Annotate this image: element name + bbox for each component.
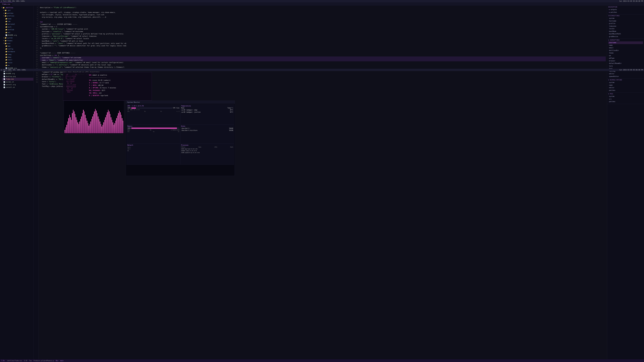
neofetch-os-row: OS: nixos 24.05 (uakari) [89, 79, 150, 82]
sysmon-net-stat-3: 0% [128, 150, 180, 152]
viz-bar [118, 113, 119, 133]
tree-item-flake-nix[interactable]: 📄 flake.nix [2, 78, 33, 80]
sysmon-mem-value: 5.7619/2.018 [171, 129, 180, 131]
sysmon-proc-name-1: Hyprland [185, 148, 190, 150]
tree-item-system[interactable]: ▶📁 system [2, 36, 33, 39]
viz-bar [114, 123, 115, 133]
sysmon-cpu-metrics: 11 AVG: 13 ⊘: 8 [128, 109, 180, 110]
sysmon-disks-title: Disks [181, 125, 233, 127]
viz-bar [121, 115, 122, 133]
viz-bar [69, 115, 70, 133]
sysmon-proc-mem-3: 0.3% [197, 152, 200, 153]
sysmon-cpu-current: 11 [128, 109, 129, 110]
tree-item[interactable]: ▶📁 .git [2, 9, 33, 12]
tree-item[interactable]: 📁 lab [4, 20, 33, 23]
sysmon-cpu-time: 60s 0% 0% ⊘: 8 [128, 111, 180, 112]
sysmon-mem-row: 100% [128, 128, 180, 129]
tree-item[interactable]: 📁 pkgs [4, 56, 33, 58]
tree-item[interactable]: 📁 hardware [4, 50, 33, 53]
tree-item[interactable]: 📄 desktop.png [2, 75, 33, 78]
viz-bar [102, 126, 102, 133]
viz-bar [82, 113, 83, 133]
sysmon-temp-col-name: Name [181, 107, 184, 109]
neofetch-packages-row: MA| PACKAGES: 3577 [89, 89, 150, 92]
sysmon-temp-item-2: card0 (amdgpu): junction 58°C [181, 111, 233, 113]
viz-bar [102, 125, 103, 133]
top-bar-cpu: 20% [12, 0, 15, 2]
viz-bar [70, 117, 71, 133]
sysmon-title: System Monitor [127, 101, 140, 103]
tree-item[interactable]: 📁 shell [4, 58, 33, 61]
sysmon-temp-panel: Temperatures Name Temp(°) card0 (amdgpu)… [180, 104, 234, 124]
sysmon-net-title: Network [128, 144, 180, 146]
sysmon-window: System Monitor CPU ~ 1.53 1.14 0.78 100%… [126, 100, 235, 176]
viz-bar [84, 111, 85, 133]
viz-bar [104, 120, 105, 133]
sysmon-cpu-label: CPU like [173, 107, 180, 109]
tree-item[interactable]: 📁 wm [4, 64, 33, 67]
viz-bar [92, 116, 93, 133]
tree-item[interactable]: 📁 config [4, 48, 33, 50]
sysmon-mem-used: 95 [150, 129, 151, 131]
tree-item[interactable]: 📄 harden.sh [2, 81, 33, 83]
neofetch-uptime-row: B | UPTIME: 21 hours 7 minutes [89, 87, 150, 89]
tree-item[interactable]: 📁 work [4, 26, 33, 28]
neofetch-shell-row: CN| SHELL: zsh [89, 92, 150, 94]
bottom-top-bar: ⚙ Tech 100% 20% 100% 1400s Sat 2024-03-0… [0, 69, 322, 71]
sysmon-memory-title: Memory [128, 125, 180, 127]
sysmon-cpu-bar-container [131, 107, 172, 109]
neofetch-user-row: WE| emmet @ snowfire [89, 74, 150, 76]
sysmon-temp-name-2: card0 (amdgpu): junction [181, 111, 201, 113]
sysmon-proc-col-pid: PID(a) [181, 146, 186, 148]
tree-item[interactable]: 📁 lang [4, 53, 33, 56]
viz-bar [123, 121, 124, 133]
sysmon-net-stats: 56.0 10.5 0% [128, 146, 180, 152]
tab-flake-nix[interactable]: flake.nix [0, 2, 12, 6]
sysmon-disk-size-2: 503GB [229, 130, 233, 132]
viz-bar [97, 113, 98, 133]
viz-bar [116, 121, 116, 133]
tree-item-user[interactable]: ▼📁 user [2, 42, 33, 45]
top-bar-label: Tech 100% [3, 0, 11, 2]
sysmon-mem-stats: RAM: 95 5.7619/2.018 [128, 129, 180, 131]
viz-bar [122, 118, 122, 133]
sysmon-proc-col-mem: Mem% [230, 146, 233, 148]
viz-bar [81, 116, 82, 133]
neofetch-desktop-row: R | DESKTOP: hyprland [89, 94, 150, 97]
top-bar-left: ⚙ Tech 100% 20% 100% 1400s [1, 0, 25, 2]
viz-bar [73, 110, 74, 133]
tree-item-profiles[interactable]: ▼📁 profiles [2, 14, 33, 17]
neofetch-info: WE| emmet @ snowfire ───────────────────… [89, 74, 150, 99]
tree-item[interactable]: 📁 wsl [4, 31, 33, 34]
viz-bar [100, 124, 101, 133]
tree-item-themes[interactable]: ▶📁 themes [2, 39, 33, 42]
sysmon-temp-val-1: 49°C [230, 109, 233, 111]
viz-bar [110, 114, 110, 133]
tree-item[interactable]: 📄 README.org [2, 72, 33, 75]
tree-item[interactable]: 📁 worklab [4, 28, 33, 31]
sysmon-temp-item-1: card0 (amdgpu): edge 49°C [181, 109, 233, 111]
sysmon-proc-name-3: pipewire-pu [185, 152, 192, 153]
sysmon-mem-label: RAM: [128, 129, 130, 131]
tree-item[interactable]: 📁 app [4, 45, 33, 47]
sysmon-proc-name-2: emacs [186, 150, 190, 151]
viz-bar [100, 121, 100, 133]
tree-item[interactable]: 📁 personal [4, 23, 33, 25]
sysmon-proc-cpu-1: 0.3% [191, 148, 194, 150]
sysmon-body: CPU ~ 1.53 1.14 0.78 100% CPU like 11 AV… [126, 104, 234, 176]
sysmon-disk-item-1: /dev/dm-0 / 504GB [181, 128, 233, 130]
btb-ram: 100% 1400s [17, 69, 26, 71]
tree-item[interactable]: 📄 install.sh [2, 86, 33, 89]
tree-item[interactable]: ▶📁 patches [2, 12, 33, 14]
tree-item[interactable]: 📄 README.org [4, 34, 33, 36]
line-numbers: 1234567891011121314151617181920212223242… [34, 6, 38, 181]
tree-item[interactable]: 📁 home [4, 17, 33, 20]
sysmon-proc-pid-1: 2920 [181, 148, 184, 150]
sysmon-temp-header: Name Temp(°) [181, 107, 233, 109]
sysmon-disk-dev-2: /dev/dm-0 /nix/store [181, 130, 198, 131]
tree-item[interactable]: 📁 style [4, 61, 33, 64]
viz-bar [66, 125, 67, 133]
tree-item[interactable]: 📄 install.org [2, 83, 33, 86]
code-editor-quadrant: ● ● ● emacs flake.nix ▼ 📁 .dotfiles ▶📁 .… [0, 0, 198, 67]
sysmon-proc-cpu-2: 0.2% [190, 150, 193, 151]
